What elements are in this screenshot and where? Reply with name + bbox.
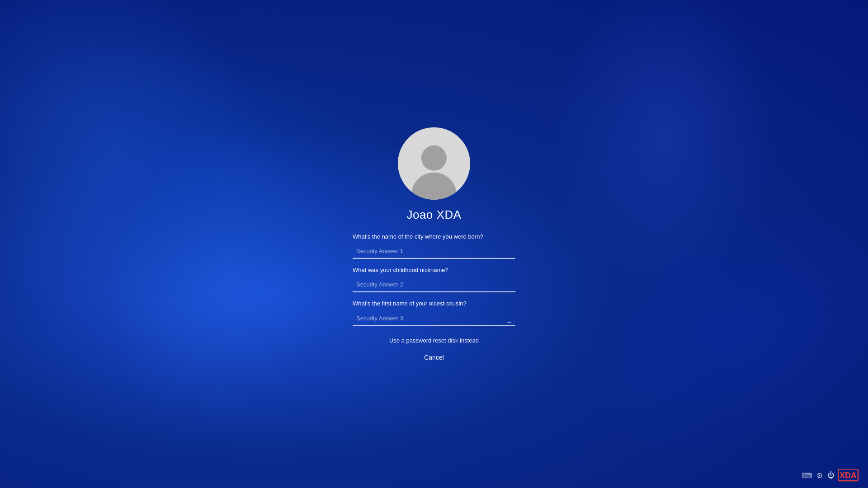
security-answer-2-wrapper <box>353 277 515 300</box>
avatar-head <box>421 145 447 171</box>
avatar-body <box>411 173 457 200</box>
security-answer-2-input[interactable] <box>353 277 515 292</box>
svg-text:XDA: XDA <box>840 471 857 480</box>
login-panel: Joao XDA What's the name of the city whe… <box>353 127 515 361</box>
username: Joao XDA <box>406 208 461 222</box>
submit-arrow-icon[interactable]: → <box>505 318 513 326</box>
xda-logo: XDA <box>838 469 859 482</box>
power-icon: ⏻ <box>827 471 835 479</box>
security-question-3: What's the first name of your oldest cou… <box>353 300 515 308</box>
xda-watermark: ⌨ ⚙ ⏻ XDA <box>802 469 859 482</box>
security-answer-1-wrapper <box>353 244 515 266</box>
reset-disk-link[interactable]: Use a password reset disk instead <box>389 337 479 343</box>
security-answer-1-input[interactable] <box>353 244 515 259</box>
xda-logo-svg: XDA <box>838 469 859 482</box>
security-question-2: What was your childhood nickname? <box>353 266 515 274</box>
settings-icon: ⚙ <box>816 471 823 480</box>
keyboard-icon: ⌨ <box>802 471 812 480</box>
avatar-person <box>398 127 470 200</box>
security-answer-3-input[interactable] <box>353 310 515 326</box>
cancel-button[interactable]: Cancel <box>424 353 444 361</box>
security-answer-3-wrapper: → <box>353 310 515 333</box>
security-question-1: What's the name of the city where you we… <box>353 233 515 241</box>
avatar <box>398 127 470 200</box>
system-tray-icons: ⌨ ⚙ ⏻ <box>802 471 835 480</box>
